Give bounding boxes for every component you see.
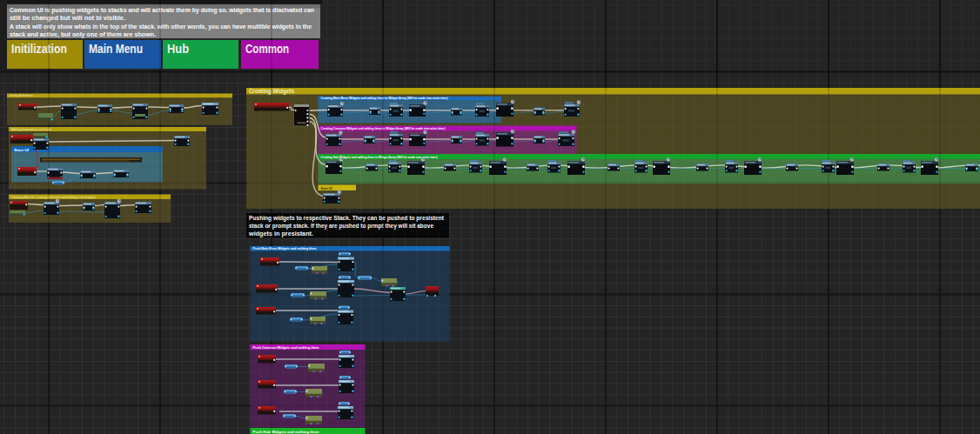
svg-text:Start UI: Start UI xyxy=(321,187,332,190)
svg-text:widgets in presistant.: widgets in presistant. xyxy=(248,230,313,237)
svg-text:Creating Main UI, creating ref: Creating Main UI, creating reference and… xyxy=(11,196,97,199)
svg-text:Hub: Hub xyxy=(167,42,189,56)
svg-text:Common: Common xyxy=(245,42,289,56)
svg-text:Common UI is pushing widgets t: Common UI is pushing widgets to stacks a… xyxy=(10,6,314,14)
svg-text:Push Common Widgets and nothin: Push Common Widgets and nothing them xyxy=(253,346,319,350)
svg-text:still be changed but will not: still be changed but will not bi visible… xyxy=(10,14,125,22)
svg-text:Push Hub Widgets and nothing t: Push Hub Widgets and nothing them xyxy=(253,431,319,434)
svg-text:Making Dependenci to Create: Making Dependenci to Create xyxy=(11,128,51,131)
svg-text:stack and active, but only one: stack and active, but only one of them a… xyxy=(10,30,156,38)
svg-text:Initilization: Initilization xyxy=(11,42,67,56)
svg-text:stack or prompt stack. If they: stack or prompt stack. If they are pushe… xyxy=(249,222,434,230)
svg-text:Main Menu: Main Menu xyxy=(89,42,143,56)
svg-text:Pushing widgets to respective: Pushing widgets to respective Stack. The… xyxy=(249,214,444,222)
svg-text:Creating Main Menu Widgets and: Creating Main Menu Widgets and adding th… xyxy=(321,97,448,100)
